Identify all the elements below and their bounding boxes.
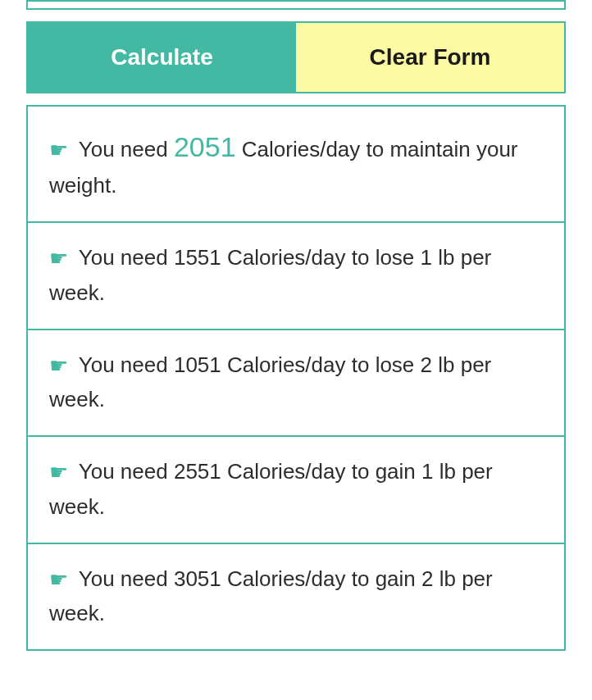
result-maintain: ☛ You need 2051 Calories/day to maintain…	[28, 107, 564, 223]
result-text: You need 1551 Calories/day to lose 1 lb …	[49, 245, 491, 305]
result-lose-1lb: ☛ You need 1551 Calories/day to lose 1 l…	[28, 223, 564, 330]
pointer-icon: ☛	[49, 242, 68, 276]
pointer-icon: ☛	[49, 134, 68, 168]
result-text: You need 3051 Calories/day to gain 2 lb …	[49, 566, 493, 626]
pointer-icon: ☛	[49, 349, 68, 384]
button-row: Calculate Clear Form	[26, 21, 566, 93]
results-list: ☛ You need 2051 Calories/day to maintain…	[26, 105, 566, 651]
clear-form-button[interactable]: Clear Form	[296, 23, 564, 92]
result-gain-1lb: ☛ You need 2551 Calories/day to gain 1 l…	[28, 437, 564, 544]
calculator-results-panel: Calculate Clear Form ☛ You need 2051 Cal…	[0, 0, 592, 684]
pointer-icon: ☛	[49, 563, 68, 598]
input-box-bottom-edge	[26, 0, 566, 10]
result-lose-2lb: ☛ You need 1051 Calories/day to lose 2 l…	[28, 330, 564, 438]
pointer-icon: ☛	[49, 456, 68, 490]
calculate-button[interactable]: Calculate	[28, 23, 296, 92]
result-maintain-value: 2051	[174, 131, 236, 162]
result-gain-2lb: ☛ You need 3051 Calories/day to gain 2 l…	[28, 544, 564, 650]
result-text: You need 1051 Calories/day to lose 2 lb …	[49, 352, 491, 412]
result-text-prefix: You need	[79, 137, 174, 161]
result-text: You need 2551 Calories/day to gain 1 lb …	[49, 459, 493, 519]
